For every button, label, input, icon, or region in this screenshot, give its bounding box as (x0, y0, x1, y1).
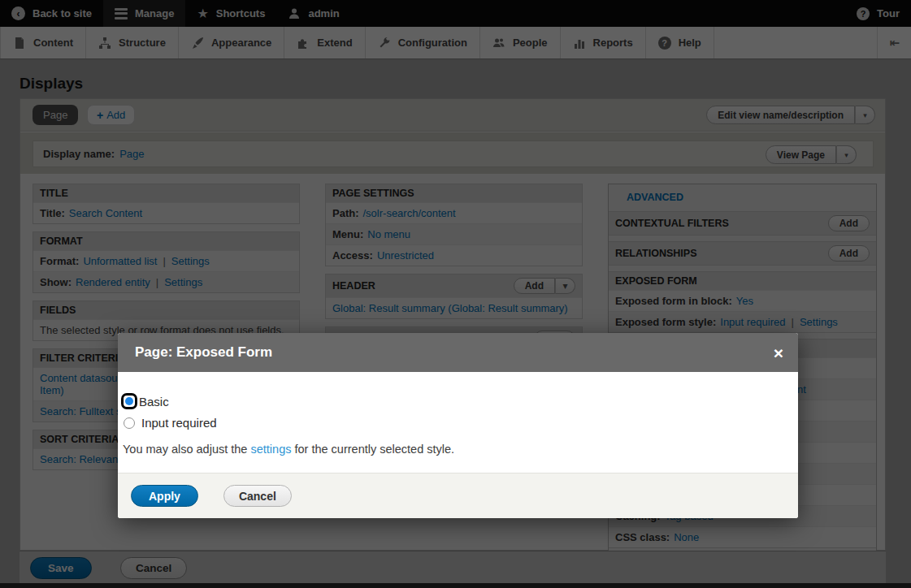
dialog-title: Page: Exposed Form (135, 344, 272, 361)
dialog-note: You may also adjust the settings for the… (121, 443, 782, 456)
dialog-header[interactable]: Page: Exposed Form × (118, 333, 798, 372)
dialog-button-pane: Apply Cancel (118, 473, 798, 518)
note-text-before: You may also adjust the (123, 443, 250, 456)
settings-link[interactable]: settings (250, 443, 291, 456)
close-icon[interactable]: × (774, 344, 783, 361)
radio-basic-label: Basic (139, 395, 169, 409)
radio-unselected-icon (124, 417, 135, 429)
apply-button[interactable]: Apply (131, 485, 198, 507)
radio-selected-icon (121, 393, 137, 409)
dialog-body: Basic Input required You may also adjust… (118, 372, 798, 473)
radio-option-input-required[interactable]: Input required (121, 416, 782, 430)
radio-input-required-label: Input required (141, 416, 217, 430)
exposed-form-dialog: Page: Exposed Form × Basic Input require… (118, 333, 798, 518)
note-text-after: for the currently selected style. (291, 443, 454, 456)
dialog-cancel-button[interactable]: Cancel (223, 485, 292, 507)
radio-option-basic[interactable]: Basic (121, 393, 782, 409)
